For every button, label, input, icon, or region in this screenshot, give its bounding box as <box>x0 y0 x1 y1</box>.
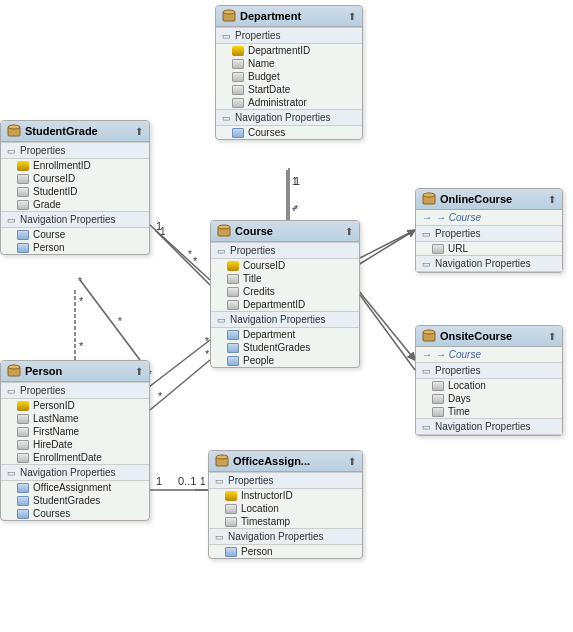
onsitecourse-title: OnsiteCourse <box>440 330 512 342</box>
officeassignment-expand[interactable]: ⬆ <box>348 456 356 467</box>
studentgrade-title: StudentGrade <box>25 125 98 137</box>
navprop-course: Course <box>1 228 149 241</box>
field-icon <box>232 59 244 69</box>
svg-point-22 <box>218 225 230 229</box>
prop-grade: Grade <box>1 198 149 211</box>
arrow-icon: → <box>422 212 432 223</box>
svg-line-44 <box>360 295 415 370</box>
onsitecourse-nav-header: ▭ Navigation Properties <box>416 418 562 435</box>
prop-hiredate: HireDate <box>1 438 149 451</box>
diagram-canvas: 1 * * 1 * * * * 1 0..1 <box>0 0 573 632</box>
studentgrade-entity-icon <box>7 124 21 138</box>
course-title: Course <box>235 225 273 237</box>
key-icon <box>232 46 244 56</box>
svg-text:*: * <box>79 295 84 307</box>
svg-text:*: * <box>158 390 163 402</box>
svg-text:1: 1 <box>160 226 166 237</box>
svg-text:1: 1 <box>294 175 300 187</box>
svg-text:*: * <box>79 340 84 352</box>
svg-text:*: * <box>118 316 122 327</box>
officeassignment-nav-header: ▭ Navigation Properties <box>209 528 362 545</box>
navprop-people: People <box>211 354 359 367</box>
course-expand[interactable]: ⬆ <box>345 226 353 237</box>
department-title: Department <box>240 10 301 22</box>
svg-point-20 <box>8 125 20 129</box>
officeassignment-properties-header: ▭ Properties <box>209 472 362 489</box>
prop-administrator: Administrator <box>216 96 362 109</box>
nav-icon <box>227 343 239 353</box>
svg-line-3 <box>155 230 210 285</box>
svg-text:1: 1 <box>200 476 206 487</box>
course-nav-header: ▭ Navigation Properties <box>211 311 359 328</box>
nav-icon <box>17 496 29 506</box>
department-expand[interactable]: ⬆ <box>348 11 356 22</box>
prop-location: Location <box>209 502 362 515</box>
nav-icon <box>227 330 239 340</box>
navprop-person: Person <box>209 545 362 558</box>
entity-department: Department ⬆ ▭ Properties DepartmentID N… <box>215 5 363 140</box>
entity-department-header: Department ⬆ <box>216 6 362 27</box>
onlinecourse-entity-icon <box>422 192 436 206</box>
prop-enrollmentdate: EnrollmentDate <box>1 451 149 464</box>
field-icon <box>232 85 244 95</box>
svg-point-30 <box>216 455 228 459</box>
onlinecourse-nav-header: ▭ Navigation Properties <box>416 255 562 272</box>
svg-line-34 <box>150 225 210 280</box>
navprop-department: Department <box>211 328 359 341</box>
onsitecourse-arrow-note: → → Course <box>416 347 562 362</box>
prop-courseid: CourseID <box>211 259 359 272</box>
svg-text:*: * <box>188 249 192 260</box>
field-icon <box>225 517 237 527</box>
field-icon <box>432 381 444 391</box>
navprop-studentgrades: StudentGrades <box>211 341 359 354</box>
navprop-officeassignment: OfficeAssignment <box>1 481 149 494</box>
department-properties-header: ▭ Properties <box>216 27 362 44</box>
entity-onlinecourse: OnlineCourse ⬆ → → Course ▭ Properties U… <box>415 188 563 273</box>
onsitecourse-expand[interactable]: ⬆ <box>548 331 556 342</box>
field-icon <box>17 453 29 463</box>
field-icon <box>227 300 239 310</box>
prop-courseid: CourseID <box>1 172 149 185</box>
person-nav-header: ▭ Navigation Properties <box>1 464 149 481</box>
prop-url: URL <box>416 242 562 255</box>
onlinecourse-expand[interactable]: ⬆ <box>548 194 556 205</box>
field-icon <box>232 72 244 82</box>
prop-personid: PersonID <box>1 399 149 412</box>
officeassignment-title: OfficeAssign... <box>233 455 310 467</box>
studentgrade-nav-header: ▭ Navigation Properties <box>1 211 149 228</box>
field-icon <box>17 174 29 184</box>
onsitecourse-properties-header: ▭ Properties <box>416 362 562 379</box>
prop-enrollmentid: EnrollmentID <box>1 159 149 172</box>
nav-icon <box>17 483 29 493</box>
entity-onlinecourse-header: OnlineCourse ⬆ <box>416 189 562 210</box>
svg-text:*: * <box>292 206 296 217</box>
entity-studentgrade-header: StudentGrade ⬆ <box>1 121 149 142</box>
svg-line-13 <box>358 290 415 360</box>
svg-text:1: 1 <box>292 176 298 187</box>
arrow-icon: → <box>422 349 432 360</box>
prop-firstname: FirstName <box>1 425 149 438</box>
navprop-person: Person <box>1 241 149 254</box>
entity-course: Course ⬆ ▭ Properties CourseID Title Cre… <box>210 220 360 368</box>
prop-lastname: LastName <box>1 412 149 425</box>
svg-text:0..1: 0..1 <box>178 475 196 487</box>
studentgrade-expand[interactable]: ⬆ <box>135 126 143 137</box>
key-icon <box>227 261 239 271</box>
entity-course-header: Course ⬆ <box>211 221 359 242</box>
prop-startdate: StartDate <box>216 83 362 96</box>
person-expand[interactable]: ⬆ <box>135 366 143 377</box>
course-entity-icon <box>217 224 231 238</box>
person-title: Person <box>25 365 62 377</box>
nav-icon <box>17 230 29 240</box>
field-icon <box>17 440 29 450</box>
svg-text:*: * <box>193 255 198 267</box>
department-entity-icon <box>222 9 236 23</box>
prop-days: Days <box>416 392 562 405</box>
svg-point-26 <box>423 193 435 197</box>
prop-credits: Credits <box>211 285 359 298</box>
person-properties-header: ▭ Properties <box>1 382 149 399</box>
svg-point-18 <box>223 10 235 14</box>
svg-line-40 <box>150 360 210 410</box>
field-icon <box>232 98 244 108</box>
entity-person: Person ⬆ ▭ Properties PersonID LastName … <box>0 360 150 521</box>
